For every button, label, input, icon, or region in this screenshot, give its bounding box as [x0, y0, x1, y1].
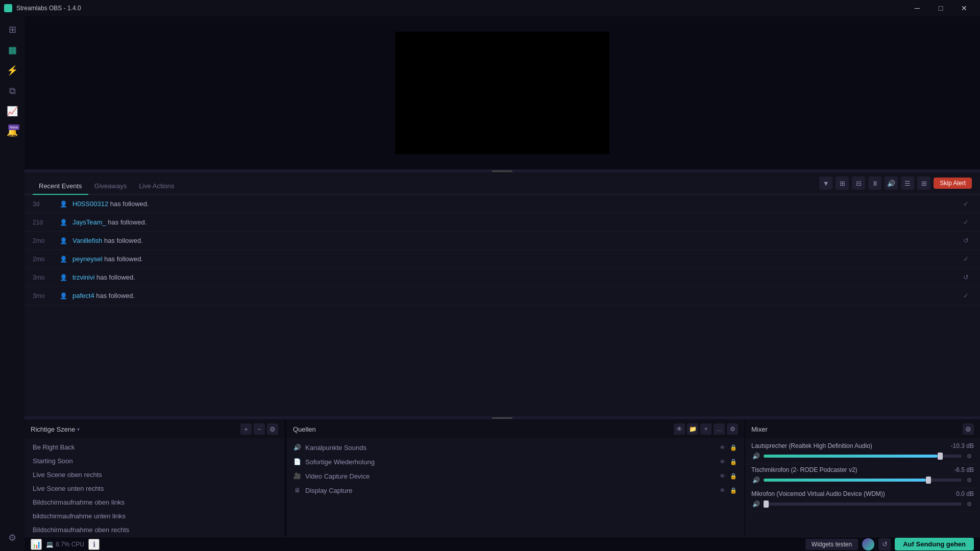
statusbar-chart-button[interactable]: 📊	[31, 539, 42, 550]
sources-folder-button[interactable]: 📁	[687, 423, 698, 435]
overlays-icon: ⧉	[9, 86, 16, 96]
event-username[interactable]: Vanillefish	[72, 237, 102, 244]
volume-button[interactable]: 🔊	[885, 177, 898, 190]
mixer-item-settings-button[interactable]: ⚙	[965, 475, 974, 485]
sidebar-item-notifications[interactable]: 🔔 New	[3, 122, 21, 141]
scenes-dropdown-icon[interactable]: ▾	[77, 427, 80, 432]
mixer-item-settings-button[interactable]: ⚙	[965, 452, 974, 461]
scene-item[interactable]: Be Right Back	[24, 440, 284, 454]
mixer-slider[interactable]	[764, 455, 962, 458]
event-action-icon[interactable]: ✓	[960, 216, 972, 229]
source-type-icon: 🔊	[293, 443, 301, 452]
source-lock-button[interactable]: 🔒	[729, 471, 738, 481]
event-action-icon[interactable]: ✓	[960, 253, 972, 265]
preview-area	[24, 16, 980, 169]
event-username[interactable]: pafect4	[72, 292, 94, 299]
close-button[interactable]: ✕	[952, 0, 976, 16]
statusbar: 📊 💻 8.7% CPU ℹ Widgets testen ↺ Auf Send…	[24, 537, 980, 551]
event-action-icon[interactable]: ↺	[960, 271, 972, 284]
source-item[interactable]: 🎥 Video Capture Device 👁 🔒	[287, 469, 744, 483]
sources-more-button[interactable]: …	[714, 423, 725, 435]
mixer-mute-button[interactable]: 🔊	[751, 499, 761, 509]
scene-item[interactable]: Live Scene oben rechts	[24, 468, 284, 482]
mixer-item: Mikrofon (Voicemod Virtual Audio Device …	[745, 488, 980, 512]
grid-alt-button[interactable]: ⊞	[917, 177, 930, 190]
widgets-test-button[interactable]: Widgets testen	[805, 539, 858, 550]
mixer-slider-thumb[interactable]	[926, 477, 931, 484]
profile-avatar[interactable]	[862, 538, 874, 550]
pause-button[interactable]: ⏸	[868, 177, 881, 190]
source-item[interactable]: 🖥 Display Capture 👁 🔒	[287, 483, 744, 497]
source-visible-button[interactable]: 👁	[718, 486, 727, 495]
mixer-item-header: Mikrofon (Voicemod Virtual Audio Device …	[751, 490, 974, 497]
event-username[interactable]: peyneysel	[72, 255, 103, 263]
event-type-icon: 👤	[58, 254, 68, 264]
sidebar: ⊞ ▦ ⚡ ⧉ 📈 🔔 New ⚙	[0, 16, 24, 551]
sidebar-item-alerts[interactable]: ⚡	[3, 61, 21, 80]
info-button[interactable]: ℹ	[88, 539, 100, 550]
source-type-icon: 📄	[293, 458, 301, 466]
source-visible-button[interactable]: 👁	[718, 471, 727, 481]
sidebar-item-settings[interactable]: ⚙	[3, 529, 21, 547]
event-text: Vanillefish has followed.	[72, 237, 960, 244]
event-type-icon: 👤	[58, 217, 68, 228]
source-visible-button[interactable]: 👁	[718, 457, 727, 466]
scene-item[interactable]: Bildschirmaufnahme oben rechts	[24, 523, 284, 537]
skip-alert-button[interactable]: Skip Alert	[934, 178, 972, 189]
scene-item[interactable]: Starting Soon	[24, 454, 284, 468]
mixer-item-header: Tischmikrofon (2- RODE Podcaster v2) -6.…	[751, 466, 974, 473]
source-item[interactable]: 🔊 Kanalpunkte Sounds 👁 🔒	[287, 440, 744, 455]
tab-live-actions[interactable]: Live Actions	[133, 178, 180, 195]
grid-view-button[interactable]: ⊞	[836, 177, 849, 190]
source-visible-button[interactable]: 👁	[718, 443, 727, 452]
mixer-slider-row: 🔊 ⚙	[751, 475, 974, 485]
mixer-slider[interactable]	[764, 503, 962, 506]
scene-item[interactable]: Bildschirmaufnahme oben links	[24, 495, 284, 509]
sidebar-item-overlays[interactable]: ⧉	[3, 82, 21, 100]
scene-item[interactable]: bildschirmaufnahme unten links	[24, 509, 284, 523]
mixer-slider-thumb[interactable]	[938, 453, 943, 460]
source-lock-button[interactable]: 🔒	[729, 443, 738, 452]
source-lock-button[interactable]: 🔒	[729, 457, 738, 466]
mixer-item: Tischmikrofon (2- RODE Podcaster v2) -6.…	[745, 464, 980, 488]
maximize-button[interactable]: □	[929, 0, 952, 16]
mixer-item-settings-button[interactable]: ⚙	[965, 499, 974, 509]
scenes-remove-button[interactable]: −	[254, 423, 265, 435]
event-username[interactable]: JaysTeam_	[72, 218, 106, 226]
list-view-button[interactable]: ☰	[901, 177, 914, 190]
sources-add-button[interactable]: +	[700, 423, 712, 435]
mixer-slider[interactable]	[764, 479, 962, 482]
mixer-mute-button[interactable]: 🔊	[751, 452, 761, 461]
event-time: 2mo	[33, 237, 58, 244]
sidebar-item-editor[interactable]: ▦	[3, 41, 21, 59]
event-time: 3mo	[33, 274, 58, 281]
scenes-add-button[interactable]: +	[240, 423, 252, 435]
sources-eye-button[interactable]: 👁	[674, 423, 685, 435]
event-username[interactable]: H0SS00312	[72, 200, 108, 208]
sources-settings-button[interactable]: ⚙	[727, 423, 738, 435]
event-type-icon: 👤	[58, 199, 68, 209]
divider-handle	[492, 417, 512, 419]
filter-type-button[interactable]: ▼	[819, 177, 832, 190]
scenes-settings-button[interactable]: ⚙	[267, 423, 278, 435]
sidebar-item-stats[interactable]: 📈	[3, 102, 21, 120]
tab-giveaways[interactable]: Giveaways	[88, 178, 133, 195]
go-live-button[interactable]: Auf Sendung gehen	[895, 538, 974, 550]
event-username[interactable]: trzvinivi	[72, 273, 94, 281]
event-action-icon[interactable]: ✓	[960, 290, 972, 302]
sidebar-item-dashboard[interactable]: ⊞	[3, 20, 21, 39]
source-type-icon: 🎥	[293, 472, 301, 480]
refresh-button[interactable]: ↺	[878, 538, 891, 550]
tab-recent-events[interactable]: Recent Events	[33, 178, 88, 195]
event-action-icon[interactable]: ↺	[960, 235, 972, 247]
mixer-slider-thumb[interactable]	[764, 500, 769, 508]
minimize-button[interactable]: ─	[905, 0, 929, 16]
mixer-mute-button[interactable]: 🔊	[751, 475, 761, 485]
mixer-settings-button[interactable]: ⚙	[963, 423, 974, 435]
source-item[interactable]: 📄 Sofortige Wiederholung 👁 🔒	[287, 455, 744, 469]
source-lock-button[interactable]: 🔒	[729, 486, 738, 495]
sources-title: Quellen	[293, 425, 316, 433]
event-action-icon[interactable]: ✓	[960, 198, 972, 210]
scene-item[interactable]: Live Scene unten rechts	[24, 482, 284, 495]
filter-button[interactable]: ⊟	[852, 177, 865, 190]
